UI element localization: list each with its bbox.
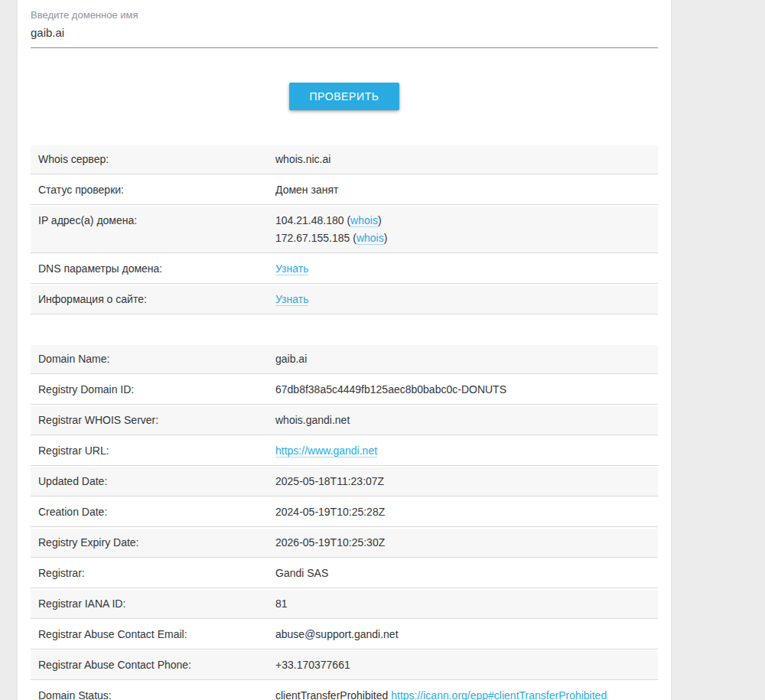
row-value: 67db8f38a5c4449fb125aec8b0babc0c-DONUTS (268, 376, 658, 405)
table-row: Registrar URL:https://www.gandi.net (31, 437, 658, 466)
submit-row: ПРОВЕРИТЬ (31, 83, 658, 110)
value-line: 81 (275, 595, 650, 613)
row-value: https://www.gandi.net (268, 437, 658, 466)
row-label: Registrar URL: (31, 437, 268, 466)
value-line: Домен занят (275, 181, 650, 199)
row-value: Узнать (268, 255, 658, 284)
value-text: 2026-05-19T10:25:30Z (275, 536, 385, 549)
value-text: gaib.ai (275, 353, 307, 365)
value-text: ) (384, 232, 388, 244)
row-value: clientTransferProhibited https://icann.o… (268, 682, 658, 700)
table-row: Registrar:Gandi SAS (31, 559, 658, 588)
value-line: https://www.gandi.net (275, 442, 650, 460)
table-row: Registrar Abuse Contact Email:abuse@supp… (31, 620, 658, 650)
value-text: 67db8f38a5c4449fb125aec8b0babc0c-DONUTS (275, 383, 506, 396)
table-row: DNS параметры домена:Узнать (31, 255, 658, 284)
row-label: Registry Expiry Date: (31, 529, 268, 558)
row-value: +33.170377661 (268, 651, 658, 680)
row-label: Registrar: (31, 559, 268, 588)
value-line: 67db8f38a5c4449fb125aec8b0babc0c-DONUTS (275, 381, 650, 399)
value-line: 2025-05-18T11:23:07Z (275, 473, 650, 490)
value-text: Домен занят (275, 184, 338, 196)
value-line: +33.170377661 (275, 656, 650, 674)
table-row: Статус проверки:Домен занят (31, 176, 658, 205)
value-text: abuse@support.gandi.net (275, 628, 399, 640)
table-row: Registrar WHOIS Server:whois.gandi.net (31, 406, 658, 435)
row-label: Updated Date: (31, 467, 268, 497)
table-row: Registrar Abuse Contact Phone:+33.170377… (31, 651, 658, 680)
row-label: Информация о сайте: (31, 285, 268, 314)
value-text: clientTransferProhibited (275, 689, 391, 700)
row-value: Домен занят (268, 176, 658, 205)
value-line: 104.21.48.180 (whois) (275, 212, 650, 230)
value-text: whois.gandi.net (275, 414, 350, 426)
whois-details-table: Domain Name:gaib.aiRegistry Domain ID:67… (31, 343, 658, 700)
value-link[interactable]: https://icann.org/epp#clientTransferProh… (391, 689, 607, 700)
row-value: 2025-05-18T11:23:07Z (268, 467, 658, 497)
value-text: 104.21.48.180 ( (275, 214, 350, 226)
value-line: whois.nic.ai (275, 151, 650, 168)
value-line: 2026-05-19T10:25:30Z (275, 534, 650, 552)
value-text: Gandi SAS (275, 567, 328, 579)
domain-input-label: Введите доменное имя (31, 9, 658, 21)
table-row: Updated Date:2025-05-18T11:23:07Z (31, 467, 658, 497)
value-line: gaib.ai (275, 350, 650, 368)
row-label: Creation Date: (31, 498, 268, 527)
row-value: whois.nic.ai (268, 145, 658, 174)
value-line: clientTransferProhibited https://icann.o… (275, 687, 650, 700)
row-label: Domain Name: (31, 345, 268, 374)
row-label: Registry Domain ID: (31, 376, 268, 405)
row-value: 2024-05-19T10:25:28Z (268, 498, 658, 527)
row-label: Registrar Abuse Contact Phone: (31, 651, 268, 680)
value-text: 172.67.155.185 ( (275, 232, 356, 244)
table-row: Domain Name:gaib.ai (31, 345, 658, 374)
value-text: 2025-05-18T11:23:07Z (275, 475, 384, 487)
row-value: 2026-05-19T10:25:30Z (268, 529, 658, 558)
row-label: Статус проверки: (31, 176, 268, 205)
value-line: abuse@support.gandi.net (275, 626, 650, 643)
table-row: Whois сервер:whois.nic.ai (31, 145, 658, 174)
row-label: Registrar Abuse Contact Email: (31, 620, 268, 650)
row-value: whois.gandi.net (268, 406, 658, 435)
table-row: Информация о сайте:Узнать (31, 285, 658, 314)
domain-input[interactable] (31, 21, 658, 48)
table-row: Domain Status:clientTransferProhibited h… (31, 682, 658, 700)
row-value: gaib.ai (268, 345, 658, 374)
value-line: Gandi SAS (275, 565, 650, 582)
row-label: DNS параметры домена: (31, 255, 268, 284)
check-button[interactable]: ПРОВЕРИТЬ (289, 83, 399, 110)
row-value: abuse@support.gandi.net (268, 620, 658, 650)
whois-summary-table: Whois сервер:whois.nic.aiСтатус проверки… (31, 144, 658, 316)
value-line: Узнать (275, 260, 650, 278)
table-row: Registrar IANA ID:81 (31, 590, 658, 619)
value-text: +33.170377661 (275, 659, 350, 671)
row-label: Whois сервер: (31, 145, 268, 174)
table-row: Registry Domain ID:67db8f38a5c4449fb125a… (31, 376, 658, 405)
value-line: 172.67.155.185 (whois) (275, 230, 650, 247)
value-text: whois.nic.ai (275, 153, 330, 165)
value-link[interactable]: whois (356, 232, 384, 245)
row-label: Registrar IANA ID: (31, 590, 268, 619)
content-panel: Введите доменное имя ПРОВЕРИТЬ Whois сер… (17, 0, 672, 700)
row-value: Узнать (268, 285, 658, 314)
value-line: whois.gandi.net (275, 412, 650, 429)
value-link[interactable]: https://www.gandi.net (275, 444, 377, 457)
value-text: 2024-05-19T10:25:28Z (275, 506, 385, 518)
value-text: ) (378, 214, 382, 226)
table-row: Registry Expiry Date:2026-05-19T10:25:30… (31, 529, 658, 558)
row-label: Registrar WHOIS Server: (31, 406, 268, 435)
row-label: Domain Status: (31, 682, 268, 700)
row-value: Gandi SAS (268, 559, 658, 588)
row-label: IP адрес(а) домена: (31, 207, 268, 253)
value-link[interactable]: whois (350, 214, 378, 227)
table-row: IP адрес(а) домена:104.21.48.180 (whois)… (31, 207, 658, 253)
value-link[interactable]: Узнать (275, 262, 308, 275)
row-value: 104.21.48.180 (whois)172.67.155.185 (who… (268, 207, 658, 253)
row-value: 81 (268, 590, 658, 619)
value-line: Узнать (275, 291, 650, 308)
table-row: Creation Date:2024-05-19T10:25:28Z (31, 498, 658, 527)
value-text: 81 (275, 597, 288, 610)
value-link[interactable]: Узнать (275, 293, 308, 306)
value-line: 2024-05-19T10:25:28Z (275, 503, 650, 521)
